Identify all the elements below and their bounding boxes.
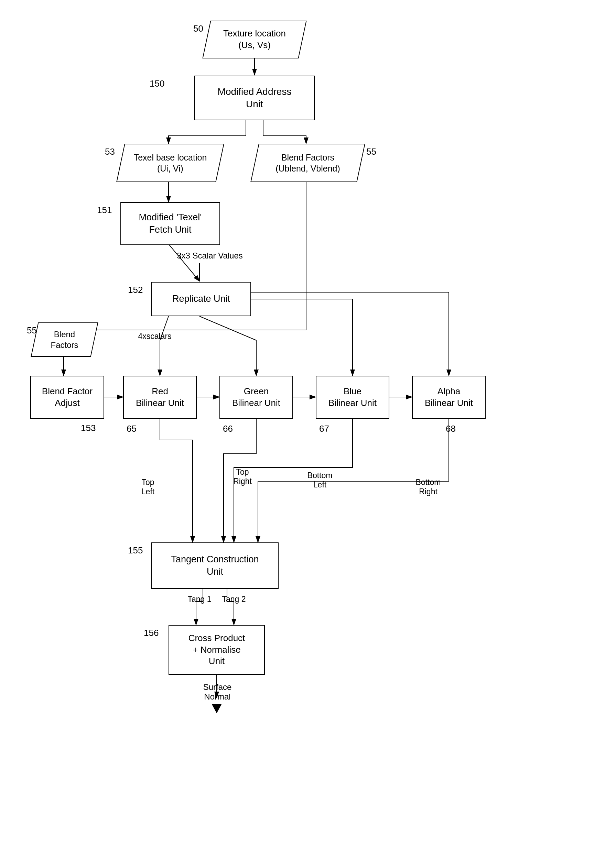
num-151: 151	[97, 205, 112, 215]
texel-base-label: Texel base location (Ui, Vi)	[134, 152, 207, 174]
cross-product-label: Cross Product+ NormaliseUnit	[189, 633, 245, 667]
alpha-bilinear-unit: AlphaBilinear Unit	[412, 376, 485, 419]
svg-marker-12	[212, 704, 221, 713]
scalar-values-label: 3x3 Scalar Values	[175, 251, 244, 261]
modified-address-unit: Modified AddressUnit	[194, 76, 315, 120]
red-bilinear-unit: RedBilinear Unit	[123, 376, 197, 419]
modified-texel-label: Modified 'Texel'Fetch Unit	[139, 211, 202, 236]
blend-factors-left-node: Blend Factors	[34, 322, 95, 357]
blue-bilinear-unit: BlueBilinear Unit	[316, 376, 389, 419]
num-156: 156	[144, 628, 159, 638]
num-155: 155	[128, 545, 143, 556]
svg-line-4	[169, 244, 199, 281]
blend-factors-top-label: Blend Factors (Ublend, Vblend)	[276, 152, 340, 174]
surface-normal-arrow	[211, 703, 223, 715]
modified-texel-fetch-unit: Modified 'Texel'Fetch Unit	[120, 202, 220, 245]
num-50: 50	[193, 24, 203, 34]
num-66: 66	[223, 424, 233, 434]
num-55-top: 55	[366, 147, 376, 157]
blend-factors-top-node: Blend Factors (Ublend, Vblend)	[255, 144, 361, 182]
tang1-label: Tang 1	[186, 594, 213, 604]
green-bilinear-label: GreenBilinear Unit	[232, 385, 280, 409]
modified-address-label: Modified AddressUnit	[218, 86, 292, 111]
num-53: 53	[105, 147, 115, 157]
num-67: 67	[319, 424, 329, 434]
blend-factor-adjust-label: Blend FactorAdjust	[42, 385, 92, 409]
blend-factors-left-label: Blend Factors	[50, 329, 78, 350]
num-153: 153	[81, 423, 96, 433]
tangent-construction-unit: Tangent ConstructionUnit	[151, 543, 279, 589]
top-left-label: TopLeft	[134, 478, 162, 497]
four-scalars-label: 4xscalars	[131, 332, 179, 341]
bottom-left-label: BottomLeft	[303, 471, 337, 489]
replicate-label: Replicate Unit	[172, 293, 230, 305]
blend-factor-adjust-node: Blend FactorAdjust	[30, 376, 104, 419]
num-68: 68	[446, 424, 456, 434]
cross-product-unit: Cross Product+ NormaliseUnit	[169, 625, 265, 675]
texel-base-node: Texel base location (Ui, Vi)	[120, 144, 220, 182]
num-152: 152	[128, 285, 143, 295]
texture-location-label: Texture location (Us, Vs)	[223, 28, 286, 51]
green-bilinear-unit: GreenBilinear Unit	[220, 376, 293, 419]
red-bilinear-label: RedBilinear Unit	[136, 385, 184, 409]
alpha-bilinear-label: AlphaBilinear Unit	[425, 385, 473, 409]
surface-normal-label: SurfaceNormal	[197, 682, 238, 701]
top-right-label: TopRight	[229, 467, 256, 486]
diagram: Texture location (Us, Vs) 50 Modified Ad…	[0, 0, 616, 848]
tangent-construction-label: Tangent ConstructionUnit	[171, 553, 259, 577]
texture-location-node: Texture location (Us, Vs)	[206, 21, 303, 58]
bottom-right-label: BottomRight	[409, 478, 447, 497]
num-55-left: 55	[27, 325, 37, 336]
num-150: 150	[150, 79, 165, 89]
blue-bilinear-label: BlueBilinear Unit	[328, 385, 377, 409]
num-65: 65	[126, 424, 137, 434]
tang2-label: Tang 2	[220, 594, 248, 604]
replicate-unit: Replicate Unit	[151, 282, 251, 316]
